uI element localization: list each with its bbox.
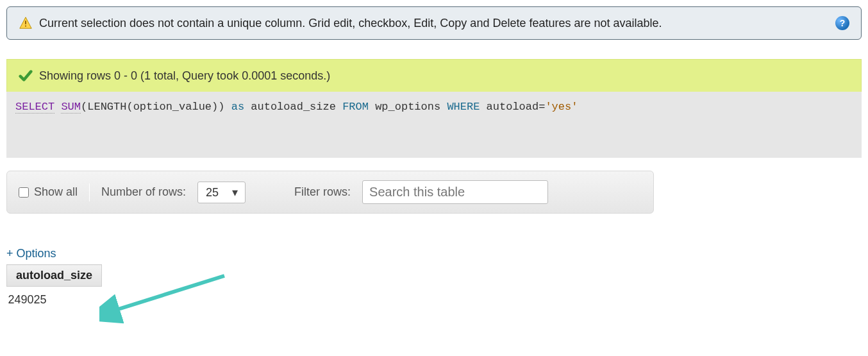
annotation-arrow [99,269,240,309]
cell-autoload-size: 249025 [7,287,102,310]
status-text: Showing rows 0 - 0 (1 total, Query took … [39,69,330,83]
status-bar: Showing rows 0 - 0 (1 total, Query took … [6,59,862,92]
sql-keyword-select: SELECT [15,101,54,114]
sql-func-length: LENGTH [87,101,126,113]
num-rows-label: Number of rows: [101,185,186,199]
sql-query: SELECT SUM(LENGTH(option_value)) as auto… [6,92,862,158]
show-all-text: Show all [34,185,78,199]
svg-line-4 [112,276,224,309]
notice-bar: Current selection does not contain a uni… [6,6,862,40]
sql-eq: = [538,101,545,113]
sql-keyword-from: FROM [342,101,369,113]
warning-icon [19,16,33,30]
table-header-row: autoload_size [7,265,102,287]
sql-alias: autoload_size [251,101,336,113]
notice-text: Current selection does not contain a uni… [39,17,829,30]
table-row: 249025 [7,287,102,310]
show-all-label[interactable]: Show all [19,185,78,199]
column-header-autoload-size[interactable]: autoload_size [7,265,102,287]
results-toolbar: Show all Number of rows: 25 Filter rows: [6,171,654,214]
num-rows-select[interactable]: 25 [197,182,246,203]
sql-cond-column: autoload [487,101,539,113]
sql-table: wp_options [375,101,440,113]
sql-keyword-sum: SUM [61,101,81,114]
options-toggle[interactable]: + Options [6,247,868,260]
sql-as: as [231,101,244,113]
sql-keyword-where: WHERE [447,101,480,113]
sql-column: option_value [133,101,212,113]
sql-cond-value: 'yes' [545,101,578,113]
result-table: autoload_size 249025 [6,264,102,309]
toolbar-separator [89,183,90,201]
help-icon[interactable]: ? [835,16,849,30]
filter-rows-input[interactable] [362,180,548,204]
num-rows-select-wrap[interactable]: 25 [197,182,246,203]
check-icon [19,69,33,83]
svg-rect-2 [25,26,26,27]
svg-rect-1 [25,21,26,24]
show-all-checkbox[interactable] [19,187,29,198]
filter-rows-label: Filter rows: [294,185,351,199]
